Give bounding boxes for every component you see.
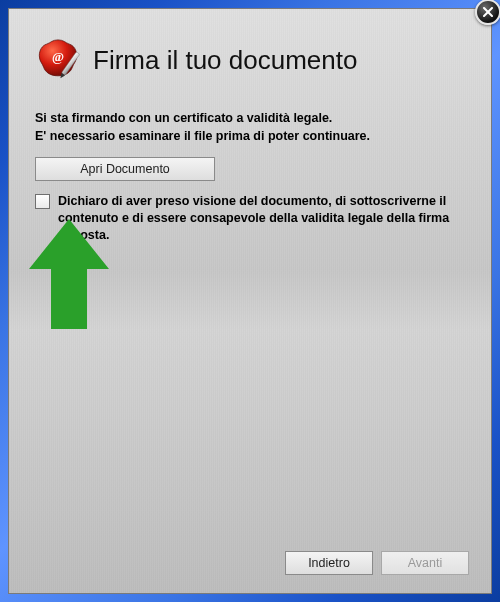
svg-text:@: @ [52, 49, 64, 64]
next-button: Avanti [381, 551, 469, 575]
dialog-title: Firma il tuo documento [93, 45, 357, 76]
info-block: Si sta firmando con un certificato a val… [35, 111, 465, 143]
info-line-1: Si sta firmando con un certificato a val… [35, 111, 465, 125]
dialog-panel: @ Firma il tuo documento Si sta firmando… [8, 8, 492, 594]
close-icon [483, 7, 493, 17]
dialog-header: @ Firma il tuo documento [35, 37, 465, 83]
info-line-2: E' necessario esaminare il file prima di… [35, 129, 465, 143]
declaration-text: Dichiaro di aver preso visione del docum… [58, 193, 465, 244]
wax-seal-icon: @ [35, 37, 81, 83]
open-document-button[interactable]: Apri Documento [35, 157, 215, 181]
declaration-checkbox[interactable] [35, 194, 50, 209]
dialog-footer: Indietro Avanti [285, 551, 469, 575]
window-frame: @ Firma il tuo documento Si sta firmando… [0, 0, 500, 602]
close-button[interactable] [475, 0, 500, 25]
declaration-row: Dichiaro di aver preso visione del docum… [35, 193, 465, 244]
back-button[interactable]: Indietro [285, 551, 373, 575]
